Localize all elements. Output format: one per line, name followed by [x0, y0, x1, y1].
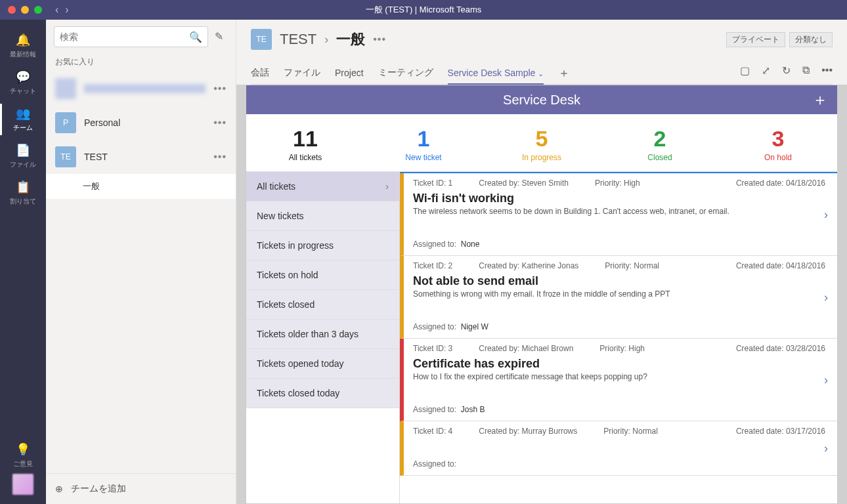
search-box[interactable]: 🔍: [54, 26, 208, 47]
rail-files[interactable]: 📄ファイル: [0, 138, 46, 175]
ticket-created-date: Created date: 04/18/2016: [736, 178, 825, 188]
filter-label: Tickets closed today: [257, 388, 339, 398]
search-icon: 🔍: [189, 31, 202, 43]
service-desk-app: Service Desk ＋ 11All tickets1New ticket5…: [246, 85, 838, 504]
chevron-right-icon: ›: [824, 442, 828, 455]
rail-assignments[interactable]: 📋割り当て: [0, 175, 46, 211]
stat-closed[interactable]: 2Closed: [601, 114, 719, 171]
stat-new-ticket[interactable]: 1New ticket: [364, 114, 483, 171]
ticket-description: The wireless network seems to be down in…: [413, 207, 825, 216]
stat-number: 1: [364, 126, 483, 152]
team-name: TEST: [84, 152, 206, 162]
ticket-description: How to I fix the expired certificate mes…: [413, 372, 825, 381]
add-tab-button[interactable]: ＋: [558, 65, 570, 81]
filter-tickets-closed[interactable]: Tickets closed: [246, 290, 399, 320]
rail-feedback[interactable]: 💡ご意見: [0, 437, 46, 474]
minimize-window-button[interactable]: [21, 6, 29, 14]
popout-icon[interactable]: ⤢: [762, 64, 770, 77]
tab-project[interactable]: Project: [335, 62, 364, 83]
team-row-0[interactable]: •••: [46, 72, 236, 106]
team-row-test[interactable]: TE TEST •••: [46, 140, 236, 174]
ticket-assigned: Assigned to: Josh B: [413, 405, 825, 414]
ticket-card[interactable]: Ticket ID: 1 Created by: Steven Smith Pr…: [400, 173, 837, 256]
refresh-icon[interactable]: ↻: [782, 64, 791, 77]
team-avatar: P: [55, 112, 76, 133]
ticket-creator: Created by: Michael Brown: [479, 344, 573, 353]
ticket-id: Ticket ID: 4: [413, 427, 452, 436]
ticket-title: Certificate has expired: [413, 357, 825, 371]
more-icon[interactable]: •••: [213, 117, 227, 129]
filter-tickets-on-hold[interactable]: Tickets on hold: [246, 261, 399, 290]
filter-label: New tickets: [257, 211, 304, 221]
chevron-right-icon: ›: [385, 181, 389, 192]
ticket-description: Something is wrong with my email. It fro…: [413, 289, 825, 299]
nav-forward-button[interactable]: ›: [65, 4, 68, 16]
ticket-created-date: Created date: 03/17/2016: [736, 427, 825, 436]
filter-label: Tickets older than 3 days: [257, 329, 358, 339]
rail-teams[interactable]: 👥チーム: [0, 101, 46, 138]
filter-tickets-opened-today[interactable]: Tickets opened today: [246, 349, 399, 379]
filter-tickets-in-progress[interactable]: Tickets in progress: [246, 231, 399, 261]
channel-more-icon[interactable]: •••: [373, 33, 386, 45]
stat-number: 11: [246, 126, 364, 152]
team-name-redacted: [84, 84, 206, 93]
stat-in-progress[interactable]: 5In progress: [483, 114, 601, 171]
classification-badge: 分類なし: [789, 32, 833, 47]
ticket-title: Not able to send email: [413, 274, 825, 288]
tab-service-desk[interactable]: Service Desk Sample ⌄: [448, 62, 544, 85]
stat-number: 3: [719, 126, 837, 152]
stat-label: All tickets: [246, 153, 364, 162]
sd-add-button[interactable]: ＋: [812, 89, 828, 110]
stat-label: New ticket: [364, 153, 483, 162]
team-row-personal[interactable]: P Personal •••: [46, 106, 236, 140]
ticket-assigned: Assigned to:: [413, 459, 825, 469]
tab-more-icon[interactable]: •••: [821, 64, 833, 77]
expand-conversation-icon[interactable]: ▢: [740, 64, 750, 77]
user-avatar[interactable]: [12, 474, 33, 495]
filter-tickets-older-than-3-days[interactable]: Tickets older than 3 days: [246, 320, 399, 349]
filter-tickets-closed-today[interactable]: Tickets closed today: [246, 379, 399, 408]
tab-meeting[interactable]: ミーティング: [378, 62, 433, 84]
ticket-id: Ticket ID: 2: [413, 261, 452, 270]
stat-number: 2: [601, 126, 719, 152]
stat-label: In progress: [483, 153, 601, 162]
search-input[interactable]: [60, 32, 189, 42]
chat-icon: 💬: [0, 70, 46, 84]
titlebar: ‹ › 一般 (TEST) | Microsoft Teams: [0, 0, 847, 20]
open-external-icon[interactable]: ⧉: [802, 64, 810, 77]
filter-label: Tickets in progress: [257, 240, 334, 251]
app-rail: 🔔最新情報 💬チャット 👥チーム 📄ファイル 📋割り当て 💡ご意見: [0, 20, 46, 504]
close-window-button[interactable]: [8, 6, 16, 14]
rail-activity[interactable]: 🔔最新情報: [0, 28, 46, 64]
stat-on-hold[interactable]: 3On hold: [719, 114, 837, 171]
ticket-creator: Created by: Katherine Jonas: [479, 261, 578, 270]
stat-number: 5: [483, 126, 601, 152]
filter-label: Tickets opened today: [257, 358, 344, 369]
join-team-button[interactable]: ⊕ チームを追加: [46, 473, 236, 504]
filter-all-tickets[interactable]: All tickets›: [246, 172, 399, 201]
breadcrumb-team[interactable]: TEST: [280, 31, 316, 48]
clipboard-icon: 📋: [0, 180, 46, 194]
more-icon[interactable]: •••: [213, 83, 227, 94]
ticket-card[interactable]: Ticket ID: 3 Created by: Michael Brown P…: [400, 339, 837, 421]
chevron-right-icon: ›: [324, 33, 328, 47]
ticket-card[interactable]: Ticket ID: 4 Created by: Murray Burrows …: [400, 421, 837, 476]
compose-icon[interactable]: ✎: [215, 30, 228, 43]
ticket-assigned: Assigned to: Nigel W: [413, 322, 825, 331]
filter-label: All tickets: [257, 181, 295, 192]
tab-files[interactable]: ファイル: [284, 62, 320, 84]
ticket-card[interactable]: Ticket ID: 2 Created by: Katherine Jonas…: [400, 256, 837, 339]
ticket-priority: Priority: Normal: [603, 427, 658, 436]
more-icon[interactable]: •••: [213, 151, 227, 163]
maximize-window-button[interactable]: [34, 6, 42, 14]
team-icon: TE: [251, 29, 272, 50]
ticket-priority: Priority: High: [595, 178, 640, 188]
filter-new-tickets[interactable]: New tickets: [246, 201, 399, 231]
rail-chat[interactable]: 💬チャット: [0, 64, 46, 101]
channel-general[interactable]: 一般: [46, 174, 236, 199]
tab-conversation[interactable]: 会話: [251, 62, 269, 84]
ticket-id: Ticket ID: 3: [413, 344, 452, 353]
nav-back-button[interactable]: ‹: [55, 4, 58, 16]
stat-all-tickets[interactable]: 11All tickets: [246, 114, 364, 171]
chevron-right-icon: ›: [824, 207, 828, 221]
